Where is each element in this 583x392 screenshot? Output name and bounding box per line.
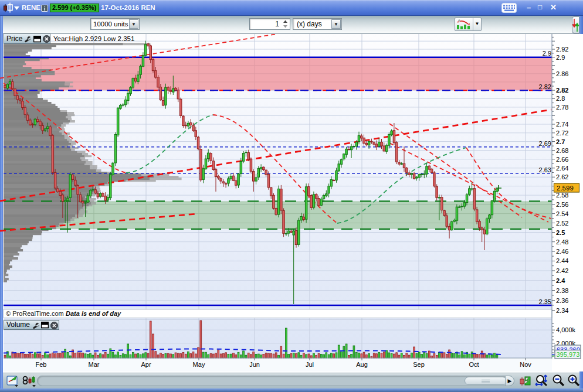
- svg-text:2.9: 2.9: [543, 50, 551, 57]
- svg-text:2.46: 2.46: [556, 248, 568, 255]
- svg-text:2.35: 2.35: [539, 298, 551, 305]
- svg-text:2.66: 2.66: [556, 156, 568, 163]
- svg-text:2.7: 2.7: [556, 138, 565, 145]
- svg-text:2.4: 2.4: [556, 277, 565, 284]
- svg-text:395,973: 395,973: [557, 351, 580, 358]
- svg-text:2.68: 2.68: [556, 147, 568, 154]
- svg-text:2.54: 2.54: [556, 210, 568, 217]
- svg-text:2.36: 2.36: [556, 297, 568, 304]
- svg-text:2.74: 2.74: [556, 121, 568, 128]
- svg-text:Sep: Sep: [413, 361, 425, 368]
- svg-text:2.48: 2.48: [556, 238, 568, 246]
- svg-text:Mar: Mar: [89, 361, 100, 368]
- svg-text:Jun: Jun: [249, 361, 260, 368]
- svg-text:2.8: 2.8: [556, 95, 565, 102]
- svg-text:2.72: 2.72: [556, 129, 568, 137]
- svg-text:2.9: 2.9: [556, 54, 565, 61]
- svg-text:2.86: 2.86: [556, 70, 568, 77]
- svg-text:2.42: 2.42: [556, 267, 568, 274]
- svg-text:Data is end of day: Data is end of day: [66, 310, 121, 317]
- svg-text:Nov: Nov: [520, 361, 531, 368]
- svg-text:2.5: 2.5: [556, 229, 565, 236]
- svg-text:2.34: 2.34: [556, 307, 568, 314]
- svg-text:2.58: 2.58: [556, 192, 568, 199]
- svg-text:2.56: 2.56: [556, 201, 568, 208]
- svg-text:2.92: 2.92: [556, 46, 568, 53]
- svg-text:2.38: 2.38: [556, 287, 568, 294]
- svg-text:2.62: 2.62: [556, 173, 568, 180]
- svg-text:2.82: 2.82: [539, 83, 551, 90]
- svg-text:2.63: 2.63: [539, 166, 551, 173]
- svg-text:Aug: Aug: [356, 361, 368, 368]
- svg-text:May: May: [193, 361, 205, 368]
- svg-text:2.78: 2.78: [556, 104, 568, 111]
- svg-text:2.52: 2.52: [556, 220, 568, 227]
- svg-text:2.44: 2.44: [556, 257, 568, 264]
- svg-text:2.64: 2.64: [556, 165, 568, 172]
- svg-text:2.82: 2.82: [556, 87, 568, 94]
- svg-text:Jul: Jul: [306, 361, 314, 368]
- svg-text:4,000k: 4,000k: [556, 326, 576, 333]
- svg-text:Feb: Feb: [36, 361, 47, 368]
- svg-text:© ProRealTime.com: © ProRealTime.com: [6, 310, 64, 317]
- svg-text:2.69: 2.69: [539, 140, 551, 147]
- svg-text:2.599: 2.599: [557, 185, 574, 192]
- svg-text:Apr: Apr: [141, 361, 151, 368]
- svg-text:Oct: Oct: [469, 361, 479, 368]
